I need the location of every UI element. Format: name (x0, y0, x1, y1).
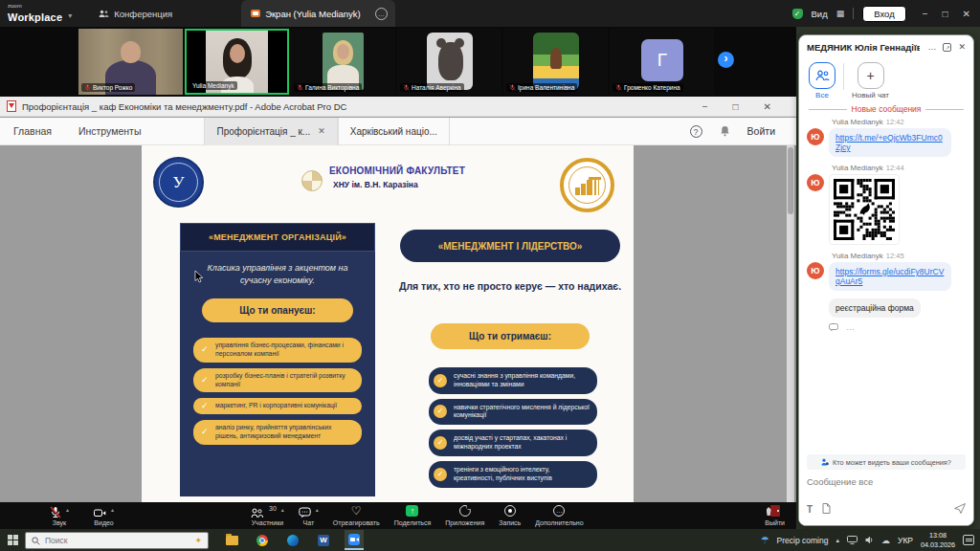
participant-video-strip: Виктор Рожко Yulia Medianyk Галина Викто… (0, 27, 796, 97)
new-chat-button[interactable]: + Новый чат (852, 62, 889, 99)
acrobat-window: Профорієнтація _ каф Економіки та менедж… (0, 97, 796, 502)
leave-meeting-button[interactable]: Выйти (765, 505, 785, 526)
message-bubble: https://forms.gle/ucdiFy8UrCVqAuAr5 (829, 262, 951, 291)
send-message-icon[interactable] (954, 500, 966, 518)
zoom-app-icon[interactable] (345, 530, 364, 550)
video-button[interactable]: ▴ Видео (94, 505, 114, 526)
chat-close-icon[interactable]: ✕ (958, 42, 966, 52)
chat-button[interactable]: ▴ Чат (299, 505, 319, 526)
doc-tab-second[interactable]: Харківський націо... (338, 118, 450, 145)
tab-home[interactable]: Главная (0, 125, 65, 137)
video-tile[interactable]: Ірина Валентинівна (503, 29, 608, 95)
maximize-button[interactable]: □ (943, 9, 948, 19)
weather-icon[interactable]: ☂ (761, 535, 769, 545)
divider (853, 8, 854, 19)
tab-shared-screen[interactable]: Экран (Yulia Medianyk) … (241, 0, 395, 27)
record-icon (504, 505, 516, 517)
more-button[interactable]: … Дополнительно (535, 505, 583, 526)
participant-name: Ірина Валентинівна (518, 84, 574, 91)
tab-options-icon[interactable]: … (375, 8, 388, 20)
chevron-down-icon[interactable]: ▾ (68, 11, 72, 20)
taskbar-clock[interactable]: 13:08 04.03.2026 (921, 531, 955, 549)
security-shield-icon[interactable]: ✓ (792, 9, 803, 19)
message-more-icon[interactable]: … (846, 322, 855, 332)
audio-button[interactable]: ▴ Звук (50, 505, 69, 526)
record-button[interactable]: Запись (499, 505, 521, 526)
record-button-label: Запись (499, 519, 521, 526)
volume-icon[interactable] (865, 536, 874, 544)
onedrive-icon[interactable]: ☁ (881, 536, 890, 545)
view-grid-icon[interactable]: ▦ (836, 9, 845, 18)
search-input[interactable] (45, 536, 158, 545)
attach-file-icon[interactable] (822, 500, 831, 518)
file-explorer-icon[interactable] (222, 530, 241, 550)
participants-chevron[interactable]: ▴ (281, 505, 284, 515)
weather-label[interactable]: Precip coming (777, 536, 829, 545)
check-icon: ✓ (201, 344, 209, 356)
participants-button[interactable]: 30▴ Участники (251, 505, 284, 526)
copilot-sparkle-icon[interactable]: ✦ (194, 536, 202, 545)
check-icon: ✓ (201, 427, 209, 438)
notification-bell-icon[interactable] (720, 125, 730, 137)
tab-conference[interactable]: Конференция (89, 0, 182, 27)
chat-channel-all[interactable]: Все (809, 62, 835, 99)
network-icon[interactable] (847, 536, 858, 544)
chat-chevron[interactable]: ▴ (316, 505, 319, 515)
notification-center-icon[interactable] (963, 535, 974, 545)
video-tile[interactable]: Виктор Рожко (78, 29, 183, 95)
mouse-cursor (194, 270, 204, 287)
search-icon (32, 532, 40, 549)
share-screen-button[interactable]: ↑ Поделиться (394, 505, 432, 526)
chat-popout-icon[interactable]: ↗ (943, 43, 951, 52)
list-item: ✓розробку бізнес-планів і стратегій розв… (193, 368, 362, 393)
scrollbar-thumb[interactable] (788, 147, 793, 214)
mic-muted-icon (509, 84, 516, 91)
list-item-text: досвід участі у стартапах, хакатонах і м… (454, 434, 567, 450)
signin-button[interactable]: Вход (862, 6, 906, 22)
doc-tab-active[interactable]: Профорієнтація _ к... ✕ (204, 118, 337, 145)
acrobat-close-button[interactable]: ✕ (764, 101, 771, 112)
start-button[interactable] (0, 535, 25, 545)
message-link[interactable]: https://forms.gle/ucdiFy8UrCVqAuAr5 (835, 267, 944, 286)
privacy-notice[interactable]: Кто может видеть ваши сообщения? (807, 454, 966, 470)
chrome-icon[interactable] (253, 530, 272, 550)
apps-button[interactable]: Приложения (445, 505, 484, 526)
scrollbar[interactable] (787, 145, 794, 502)
word-icon[interactable]: W (314, 530, 333, 550)
taskbar-search[interactable]: ✦ (25, 532, 209, 549)
chat-more-icon[interactable]: … (927, 42, 936, 52)
acrobat-minimize-button[interactable]: − (702, 101, 708, 112)
message-bubble: реєстраційна форма (829, 298, 921, 318)
video-tile[interactable]: Г Громенко Катерина (610, 29, 714, 95)
video-options-chevron[interactable]: ▴ (111, 505, 114, 515)
help-icon[interactable]: ? (690, 125, 702, 138)
next-participants-button[interactable]: › (718, 52, 734, 68)
edge-icon[interactable] (283, 530, 302, 550)
reply-icon[interactable] (829, 319, 838, 336)
more-button-label: Дополнительно (535, 519, 583, 526)
check-icon: ✓ (434, 405, 447, 418)
message-link[interactable]: https://t.me/+eQjcWb3FUmc0Zjcy (835, 133, 943, 152)
tab-tools[interactable]: Инструменты (65, 125, 154, 137)
video-tile[interactable]: Галина Викторівна (291, 29, 395, 95)
view-button-label[interactable]: Вид (812, 9, 828, 19)
acrobat-maximize-button[interactable]: □ (733, 101, 739, 112)
qr-code[interactable] (829, 174, 900, 245)
minimize-button[interactable]: − (923, 9, 928, 19)
chat-message-input[interactable] (807, 476, 966, 487)
message-time: 12:44 (886, 164, 904, 172)
audio-options-chevron[interactable]: ▴ (66, 505, 69, 515)
close-button[interactable]: ✕ (963, 9, 970, 19)
faculty-title: ЕКОНОМІЧНИЙ ФАКУЛЬТЕТ (329, 165, 465, 176)
language-indicator[interactable]: УКР (898, 536, 913, 545)
format-text-icon[interactable]: T (807, 504, 813, 515)
react-button[interactable]: ♡ Отреагировать (333, 505, 380, 526)
video-button-label: Видео (94, 519, 113, 526)
acrobat-app-icon (7, 100, 16, 112)
video-tile[interactable]: Наталія Аверкіна (397, 29, 501, 95)
pdf-document-area[interactable]: У ЕКОНОМІЧНИЙ ФАКУЛЬТЕТ ХНУ ім. В.Н. Кар… (0, 145, 796, 502)
acrobat-signin-button[interactable]: Войти (747, 125, 775, 137)
tray-expand-icon[interactable]: ▴ (835, 537, 839, 544)
video-tile-active-speaker[interactable]: Yulia Medianyk (185, 29, 289, 95)
doc-tab-close-icon[interactable]: ✕ (318, 126, 325, 136)
